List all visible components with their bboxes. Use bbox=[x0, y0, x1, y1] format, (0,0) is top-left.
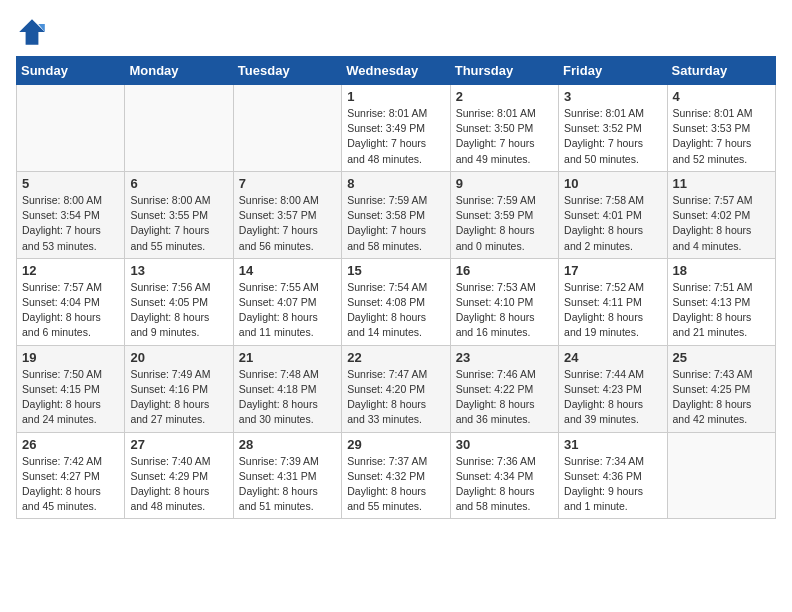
day-number: 2 bbox=[456, 89, 553, 104]
day-number: 1 bbox=[347, 89, 444, 104]
day-number: 18 bbox=[673, 263, 770, 278]
day-number: 4 bbox=[673, 89, 770, 104]
day-number: 21 bbox=[239, 350, 336, 365]
calendar-cell: 22Sunrise: 7:47 AM Sunset: 4:20 PM Dayli… bbox=[342, 345, 450, 432]
calendar-cell: 13Sunrise: 7:56 AM Sunset: 4:05 PM Dayli… bbox=[125, 258, 233, 345]
calendar-cell: 14Sunrise: 7:55 AM Sunset: 4:07 PM Dayli… bbox=[233, 258, 341, 345]
calendar-cell: 17Sunrise: 7:52 AM Sunset: 4:11 PM Dayli… bbox=[559, 258, 667, 345]
day-info: Sunrise: 7:42 AM Sunset: 4:27 PM Dayligh… bbox=[22, 454, 119, 515]
weekday-header-row: SundayMondayTuesdayWednesdayThursdayFrid… bbox=[17, 57, 776, 85]
day-info: Sunrise: 7:57 AM Sunset: 4:04 PM Dayligh… bbox=[22, 280, 119, 341]
day-number: 26 bbox=[22, 437, 119, 452]
calendar-cell: 8Sunrise: 7:59 AM Sunset: 3:58 PM Daylig… bbox=[342, 171, 450, 258]
calendar-cell: 20Sunrise: 7:49 AM Sunset: 4:16 PM Dayli… bbox=[125, 345, 233, 432]
day-info: Sunrise: 7:48 AM Sunset: 4:18 PM Dayligh… bbox=[239, 367, 336, 428]
weekday-header-sunday: Sunday bbox=[17, 57, 125, 85]
day-info: Sunrise: 7:59 AM Sunset: 3:58 PM Dayligh… bbox=[347, 193, 444, 254]
day-info: Sunrise: 7:59 AM Sunset: 3:59 PM Dayligh… bbox=[456, 193, 553, 254]
day-number: 7 bbox=[239, 176, 336, 191]
day-number: 14 bbox=[239, 263, 336, 278]
calendar-week-row: 5Sunrise: 8:00 AM Sunset: 3:54 PM Daylig… bbox=[17, 171, 776, 258]
calendar-week-row: 1Sunrise: 8:01 AM Sunset: 3:49 PM Daylig… bbox=[17, 85, 776, 172]
calendar-cell: 18Sunrise: 7:51 AM Sunset: 4:13 PM Dayli… bbox=[667, 258, 775, 345]
day-info: Sunrise: 7:39 AM Sunset: 4:31 PM Dayligh… bbox=[239, 454, 336, 515]
day-info: Sunrise: 8:01 AM Sunset: 3:49 PM Dayligh… bbox=[347, 106, 444, 167]
day-info: Sunrise: 7:44 AM Sunset: 4:23 PM Dayligh… bbox=[564, 367, 661, 428]
day-info: Sunrise: 7:40 AM Sunset: 4:29 PM Dayligh… bbox=[130, 454, 227, 515]
day-info: Sunrise: 7:57 AM Sunset: 4:02 PM Dayligh… bbox=[673, 193, 770, 254]
day-info: Sunrise: 7:43 AM Sunset: 4:25 PM Dayligh… bbox=[673, 367, 770, 428]
day-info: Sunrise: 8:01 AM Sunset: 3:52 PM Dayligh… bbox=[564, 106, 661, 167]
day-info: Sunrise: 8:00 AM Sunset: 3:57 PM Dayligh… bbox=[239, 193, 336, 254]
header bbox=[16, 16, 776, 48]
calendar-cell: 12Sunrise: 7:57 AM Sunset: 4:04 PM Dayli… bbox=[17, 258, 125, 345]
day-info: Sunrise: 7:49 AM Sunset: 4:16 PM Dayligh… bbox=[130, 367, 227, 428]
day-number: 25 bbox=[673, 350, 770, 365]
day-number: 16 bbox=[456, 263, 553, 278]
calendar-cell: 6Sunrise: 8:00 AM Sunset: 3:55 PM Daylig… bbox=[125, 171, 233, 258]
day-number: 23 bbox=[456, 350, 553, 365]
day-number: 30 bbox=[456, 437, 553, 452]
calendar-cell: 25Sunrise: 7:43 AM Sunset: 4:25 PM Dayli… bbox=[667, 345, 775, 432]
day-info: Sunrise: 7:47 AM Sunset: 4:20 PM Dayligh… bbox=[347, 367, 444, 428]
calendar-cell: 31Sunrise: 7:34 AM Sunset: 4:36 PM Dayli… bbox=[559, 432, 667, 519]
day-number: 6 bbox=[130, 176, 227, 191]
calendar-cell: 10Sunrise: 7:58 AM Sunset: 4:01 PM Dayli… bbox=[559, 171, 667, 258]
calendar-cell bbox=[17, 85, 125, 172]
calendar-cell bbox=[667, 432, 775, 519]
weekday-header-saturday: Saturday bbox=[667, 57, 775, 85]
day-info: Sunrise: 7:56 AM Sunset: 4:05 PM Dayligh… bbox=[130, 280, 227, 341]
calendar-cell bbox=[125, 85, 233, 172]
day-info: Sunrise: 8:00 AM Sunset: 3:54 PM Dayligh… bbox=[22, 193, 119, 254]
weekday-header-friday: Friday bbox=[559, 57, 667, 85]
day-info: Sunrise: 8:00 AM Sunset: 3:55 PM Dayligh… bbox=[130, 193, 227, 254]
day-info: Sunrise: 7:34 AM Sunset: 4:36 PM Dayligh… bbox=[564, 454, 661, 515]
svg-marker-0 bbox=[19, 19, 45, 45]
calendar-cell: 15Sunrise: 7:54 AM Sunset: 4:08 PM Dayli… bbox=[342, 258, 450, 345]
day-info: Sunrise: 7:55 AM Sunset: 4:07 PM Dayligh… bbox=[239, 280, 336, 341]
calendar-cell: 26Sunrise: 7:42 AM Sunset: 4:27 PM Dayli… bbox=[17, 432, 125, 519]
calendar-cell: 16Sunrise: 7:53 AM Sunset: 4:10 PM Dayli… bbox=[450, 258, 558, 345]
calendar-cell: 29Sunrise: 7:37 AM Sunset: 4:32 PM Dayli… bbox=[342, 432, 450, 519]
calendar-week-row: 19Sunrise: 7:50 AM Sunset: 4:15 PM Dayli… bbox=[17, 345, 776, 432]
logo bbox=[16, 16, 52, 48]
calendar-cell: 4Sunrise: 8:01 AM Sunset: 3:53 PM Daylig… bbox=[667, 85, 775, 172]
day-info: Sunrise: 7:50 AM Sunset: 4:15 PM Dayligh… bbox=[22, 367, 119, 428]
calendar-cell bbox=[233, 85, 341, 172]
calendar-cell: 7Sunrise: 8:00 AM Sunset: 3:57 PM Daylig… bbox=[233, 171, 341, 258]
calendar-cell: 28Sunrise: 7:39 AM Sunset: 4:31 PM Dayli… bbox=[233, 432, 341, 519]
calendar-cell: 23Sunrise: 7:46 AM Sunset: 4:22 PM Dayli… bbox=[450, 345, 558, 432]
day-number: 11 bbox=[673, 176, 770, 191]
day-info: Sunrise: 7:58 AM Sunset: 4:01 PM Dayligh… bbox=[564, 193, 661, 254]
calendar-cell: 27Sunrise: 7:40 AM Sunset: 4:29 PM Dayli… bbox=[125, 432, 233, 519]
day-info: Sunrise: 7:53 AM Sunset: 4:10 PM Dayligh… bbox=[456, 280, 553, 341]
day-info: Sunrise: 7:54 AM Sunset: 4:08 PM Dayligh… bbox=[347, 280, 444, 341]
calendar-cell: 24Sunrise: 7:44 AM Sunset: 4:23 PM Dayli… bbox=[559, 345, 667, 432]
day-number: 3 bbox=[564, 89, 661, 104]
day-info: Sunrise: 7:36 AM Sunset: 4:34 PM Dayligh… bbox=[456, 454, 553, 515]
logo-icon bbox=[16, 16, 48, 48]
weekday-header-thursday: Thursday bbox=[450, 57, 558, 85]
calendar-week-row: 26Sunrise: 7:42 AM Sunset: 4:27 PM Dayli… bbox=[17, 432, 776, 519]
day-number: 15 bbox=[347, 263, 444, 278]
weekday-header-tuesday: Tuesday bbox=[233, 57, 341, 85]
calendar-cell: 19Sunrise: 7:50 AM Sunset: 4:15 PM Dayli… bbox=[17, 345, 125, 432]
day-number: 13 bbox=[130, 263, 227, 278]
calendar-cell: 21Sunrise: 7:48 AM Sunset: 4:18 PM Dayli… bbox=[233, 345, 341, 432]
day-info: Sunrise: 8:01 AM Sunset: 3:53 PM Dayligh… bbox=[673, 106, 770, 167]
day-number: 20 bbox=[130, 350, 227, 365]
day-info: Sunrise: 7:37 AM Sunset: 4:32 PM Dayligh… bbox=[347, 454, 444, 515]
day-info: Sunrise: 7:52 AM Sunset: 4:11 PM Dayligh… bbox=[564, 280, 661, 341]
weekday-header-wednesday: Wednesday bbox=[342, 57, 450, 85]
day-number: 27 bbox=[130, 437, 227, 452]
calendar-cell: 1Sunrise: 8:01 AM Sunset: 3:49 PM Daylig… bbox=[342, 85, 450, 172]
calendar-cell: 3Sunrise: 8:01 AM Sunset: 3:52 PM Daylig… bbox=[559, 85, 667, 172]
day-number: 12 bbox=[22, 263, 119, 278]
day-number: 10 bbox=[564, 176, 661, 191]
weekday-header-monday: Monday bbox=[125, 57, 233, 85]
day-number: 24 bbox=[564, 350, 661, 365]
day-number: 8 bbox=[347, 176, 444, 191]
day-number: 17 bbox=[564, 263, 661, 278]
calendar-cell: 30Sunrise: 7:36 AM Sunset: 4:34 PM Dayli… bbox=[450, 432, 558, 519]
day-info: Sunrise: 8:01 AM Sunset: 3:50 PM Dayligh… bbox=[456, 106, 553, 167]
